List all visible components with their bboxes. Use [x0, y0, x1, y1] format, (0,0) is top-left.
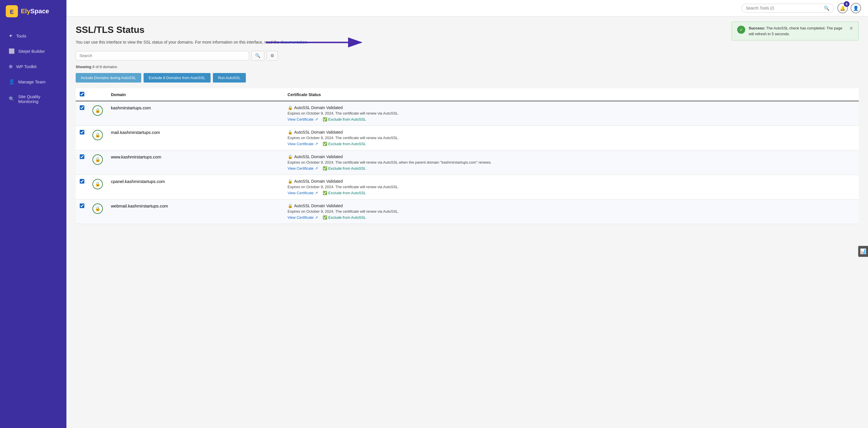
topbar-icons: 🔔 6 👤: [837, 3, 861, 13]
row-checkbox-cell: [76, 199, 88, 224]
view-certificate-link[interactable]: View Certificate ↗: [288, 191, 318, 195]
search-tools-wrapper[interactable]: 🔍: [742, 4, 834, 13]
settings-button[interactable]: ⚙: [267, 51, 278, 61]
row-checkbox[interactable]: [80, 155, 84, 159]
lock-circle-icon: 🔒: [92, 105, 103, 116]
domain-name: mail.kashmirstartups.com: [111, 130, 160, 135]
row-cert-cell: 🔒 AutoSSL Domain ValidatedExpires on Oct…: [284, 101, 859, 126]
table-row: 🔒mail.kashmirstartups.com🔒 AutoSSL Domai…: [76, 126, 859, 151]
notification-close-button[interactable]: ✕: [846, 25, 853, 31]
sidebar: E ElySpace ✦ Tools ⬜ Sitejet Builder ⊕ W…: [0, 0, 66, 428]
sidebar-logo: E ElySpace: [0, 0, 66, 23]
success-icon: ✓: [737, 26, 745, 34]
header-domain: Domain: [107, 88, 284, 101]
logo-icon: E: [6, 5, 18, 17]
domain-name: kashmirstartups.com: [111, 105, 151, 110]
external-link-icon: ↗: [315, 117, 318, 122]
view-certificate-link[interactable]: View Certificate ↗: [288, 215, 318, 220]
row-icon-cell: 🔒: [88, 151, 107, 175]
exclude-from-autossl-link[interactable]: ✅ Exclude from AutoSSL: [323, 215, 366, 220]
sidebar-item-manageteam[interactable]: 👤 Manage Team: [2, 75, 64, 89]
sitejet-icon: ⬜: [9, 48, 15, 54]
lock-circle-icon: 🔒: [92, 203, 103, 214]
row-icon-cell: 🔒: [88, 175, 107, 199]
include-domains-button[interactable]: Include Domains during AutoSSL: [76, 73, 141, 83]
table-row: 🔒kashmirstartups.com🔒 AutoSSL Domain Val…: [76, 101, 859, 126]
domain-search-input[interactable]: [76, 51, 249, 60]
exclude-from-autossl-link[interactable]: ✅ Exclude from AutoSSL: [323, 142, 366, 146]
domain-table: Domain Certificate Status 🔒kashmirstartu…: [76, 88, 859, 224]
topbar: 🔍 🔔 6 👤: [66, 0, 868, 17]
row-checkbox-cell: [76, 101, 88, 126]
sidebar-item-wptoolkit[interactable]: ⊕ WP Toolkit: [2, 60, 64, 74]
cert-status-title: 🔒 AutoSSL Domain Validated: [288, 203, 855, 208]
sidebar-item-sitejet[interactable]: ⬜ Sitejet Builder: [2, 44, 64, 58]
exclude-from-autossl-link[interactable]: ✅ Exclude from AutoSSL: [323, 117, 366, 122]
row-icon-cell: 🔒: [88, 199, 107, 224]
lock-small-icon: 🔒: [288, 179, 292, 184]
content-area: ✓ Success: The AutoSSL check has complet…: [66, 17, 868, 428]
cert-status-title: 🔒 AutoSSL Domain Validated: [288, 179, 855, 184]
lock-small-icon: 🔒: [288, 155, 292, 159]
row-domain-cell: kashmirstartups.com: [107, 101, 284, 126]
sidebar-item-sitequality[interactable]: 🔍 Site Quality Monitoring: [2, 90, 64, 108]
user-avatar-button[interactable]: 👤: [851, 3, 861, 13]
table-row: 🔒webmail.kashmirstartups.com🔒 AutoSSL Do…: [76, 199, 859, 224]
cert-expires: Expires on October 9, 2024. The certific…: [288, 111, 855, 116]
sidebar-item-tools[interactable]: ✦ Tools: [2, 29, 64, 43]
row-cert-cell: 🔒 AutoSSL Domain ValidatedExpires on Oct…: [284, 126, 859, 151]
cert-status-title: 🔒 AutoSSL Domain Validated: [288, 105, 855, 110]
notifications-button[interactable]: 🔔 6: [837, 3, 848, 13]
notification-text: Success: The AutoSSL check has completed…: [749, 25, 843, 37]
cert-expires: Expires on October 9, 2024. The certific…: [288, 160, 855, 165]
row-checkbox[interactable]: [80, 105, 84, 110]
cert-status-title: 🔒 AutoSSL Domain Validated: [288, 155, 855, 159]
exclude-from-autossl-link[interactable]: ✅ Exclude from AutoSSL: [323, 191, 366, 195]
quality-icon: 🔍: [9, 96, 15, 102]
check-circle-icon: ✅: [323, 215, 327, 220]
cert-actions: View Certificate ↗✅ Exclude from AutoSSL: [288, 166, 855, 171]
row-cert-cell: 🔒 AutoSSL Domain ValidatedExpires on Oct…: [284, 199, 859, 224]
lock-small-icon: 🔒: [288, 203, 292, 208]
row-checkbox[interactable]: [80, 203, 84, 208]
logo-text: ElySpace: [21, 7, 49, 15]
wp-icon: ⊕: [9, 64, 13, 70]
search-tools-icon[interactable]: 🔍: [824, 5, 830, 11]
row-checkbox[interactable]: [80, 130, 84, 134]
tools-icon: ✦: [9, 33, 13, 39]
cert-actions: View Certificate ↗✅ Exclude from AutoSSL: [288, 191, 855, 195]
cert-expires: Expires on October 9, 2024. The certific…: [288, 185, 855, 189]
view-certificate-link[interactable]: View Certificate ↗: [288, 142, 318, 146]
domain-name: webmail.kashmirstartups.com: [111, 203, 168, 208]
external-link-icon: ↗: [315, 191, 318, 195]
lock-circle-icon: 🔒: [92, 130, 103, 140]
header-icon-cell: [88, 88, 107, 101]
search-tools-input[interactable]: [746, 6, 824, 10]
cert-actions: View Certificate ↗✅ Exclude from AutoSSL: [288, 142, 855, 146]
svg-text:E: E: [10, 9, 13, 15]
row-checkbox-cell: [76, 126, 88, 151]
cert-actions: View Certificate ↗✅ Exclude from AutoSSL: [288, 117, 855, 122]
external-link-icon: ↗: [315, 142, 318, 146]
lock-circle-icon: 🔒: [92, 179, 103, 189]
row-cert-cell: 🔒 AutoSSL Domain ValidatedExpires on Oct…: [284, 175, 859, 199]
lock-small-icon: 🔒: [288, 105, 292, 110]
run-autossl-button[interactable]: Run AutoSSL: [213, 73, 246, 83]
scroll-badge[interactable]: 📊: [858, 246, 868, 257]
check-circle-icon: ✅: [323, 117, 327, 122]
showing-text: Showing 8 of 8 domains: [76, 65, 859, 69]
header-cert-status: Certificate Status: [284, 88, 859, 101]
row-checkbox-cell: [76, 151, 88, 175]
select-all-checkbox[interactable]: [80, 92, 84, 96]
view-certificate-link[interactable]: View Certificate ↗: [288, 117, 318, 122]
search-button[interactable]: 🔍: [251, 51, 264, 61]
row-checkbox[interactable]: [80, 179, 84, 184]
team-icon: 👤: [9, 79, 15, 85]
exclude-from-autossl-link[interactable]: ✅ Exclude from AutoSSL: [323, 166, 366, 171]
table-header-row: Domain Certificate Status: [76, 88, 859, 101]
user-icon: 👤: [853, 5, 859, 11]
view-certificate-link[interactable]: View Certificate ↗: [288, 166, 318, 171]
sidebar-nav: ✦ Tools ⬜ Sitejet Builder ⊕ WP Toolkit 👤…: [0, 28, 66, 108]
exclude-domains-button[interactable]: Exclude 8 Domains from AutoSSL: [144, 73, 211, 83]
cert-expires: Expires on October 9, 2024. The certific…: [288, 209, 855, 213]
